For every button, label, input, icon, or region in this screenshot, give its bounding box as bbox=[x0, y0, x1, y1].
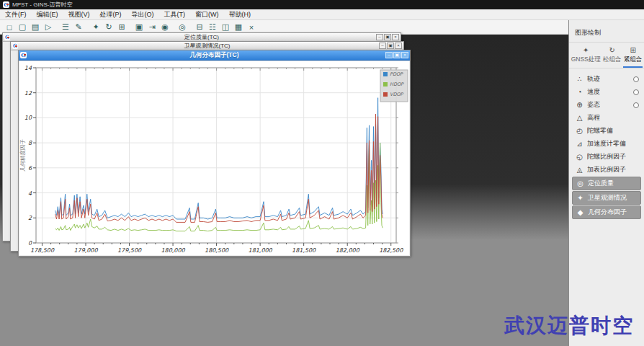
menu-item[interactable]: 编辑(E) bbox=[32, 9, 63, 19]
menu-item[interactable]: 工具(T) bbox=[159, 9, 191, 19]
minimize-button[interactable]: – bbox=[376, 34, 383, 40]
svg-text:14: 14 bbox=[24, 65, 32, 71]
sidebar-item-姿态[interactable]: ⊕姿态 bbox=[572, 99, 641, 111]
tab-GNSS处理[interactable]: ✦GNSS处理 bbox=[571, 45, 601, 68]
svg-text:PDOP: PDOP bbox=[390, 71, 403, 77]
window-title: 定位质量(TC) bbox=[3, 33, 401, 41]
menu-item[interactable]: 视图(V) bbox=[63, 9, 95, 19]
tile-vertical-icon[interactable]: ◫ bbox=[220, 22, 231, 33]
sidebar-item-label: 加表比例因子 bbox=[587, 165, 626, 174]
sidebar-item-定位质量[interactable]: ◎定位质量 bbox=[572, 177, 641, 190]
close-all-icon[interactable]: × bbox=[246, 22, 257, 33]
export-window-icon[interactable]: ⇥ bbox=[146, 22, 158, 33]
satellite-icon: ✦ bbox=[583, 47, 589, 54]
attitude-icon: ⊕ bbox=[574, 99, 585, 110]
accel-bias-icon: ⊿ bbox=[574, 138, 585, 149]
svg-text:10: 10 bbox=[24, 115, 32, 121]
maximize-button[interactable]: ▣ bbox=[384, 34, 391, 40]
sidebar-item-轨迹[interactable]: ∴轨迹 bbox=[572, 73, 641, 85]
sidebar-item-label: 陀螺比例因子 bbox=[587, 152, 626, 161]
svg-text:2: 2 bbox=[28, 215, 32, 221]
svg-text:181,000: 181,000 bbox=[249, 247, 273, 254]
menu-bar: 文件(F)编辑(E)视图(V)处理(P)导出(O)工具(T)窗口(W)帮助(H) bbox=[0, 9, 644, 20]
active-window-titlebar[interactable]: G 几何分布因子(TC) –▣× bbox=[19, 50, 410, 61]
tab-松组合[interactable]: ↻松组合 bbox=[602, 45, 622, 68]
svg-text:12: 12 bbox=[24, 90, 32, 97]
svg-text:180,000: 180,000 bbox=[161, 247, 186, 254]
gnss-satellite-icon[interactable]: ✦ bbox=[90, 22, 102, 33]
window-title: 卫星观测情况(TC) bbox=[11, 42, 403, 50]
minimize-button[interactable]: – bbox=[379, 43, 386, 49]
tab-紧组合[interactable]: ⊞紧组合 bbox=[623, 45, 643, 68]
svg-text:182,500: 182,500 bbox=[379, 247, 403, 254]
close-button[interactable]: × bbox=[401, 52, 408, 58]
positioning-quality-icon: ◎ bbox=[575, 178, 586, 189]
panel-item-list: ∴轨迹◔速度⊕姿态△高程◴陀螺零偏⊿加速度计零偏◵陀螺比例因子◬加表比例因子◎定… bbox=[569, 68, 644, 219]
sidebar-item-label: 几何分布因子 bbox=[588, 208, 627, 217]
link-rings-icon[interactable]: ◎ bbox=[176, 22, 188, 33]
tab-label: 松组合 bbox=[603, 56, 622, 64]
window-gdop-active[interactable]: G 几何分布因子(TC) –▣× 178,500179,000179,50018… bbox=[18, 50, 411, 257]
tight-couple-icon[interactable]: ⊞ bbox=[116, 22, 128, 33]
svg-text:VDOP: VDOP bbox=[390, 92, 404, 97]
loose-combination-icon: ↻ bbox=[609, 47, 615, 54]
report-icon[interactable]: ▤ bbox=[30, 22, 41, 33]
svg-text:HDOP: HDOP bbox=[390, 81, 404, 87]
grid-window-icon[interactable]: ⊟ bbox=[194, 22, 205, 33]
close-button[interactable]: × bbox=[395, 43, 402, 49]
trajectory-icon: ∴ bbox=[574, 74, 585, 84]
close-button[interactable]: × bbox=[392, 34, 399, 40]
open-file-icon[interactable]: ▢ bbox=[17, 22, 28, 33]
cascade-windows-icon[interactable]: ▦ bbox=[233, 22, 244, 33]
app-titlebar[interactable]: G MPST - GINS-迈普时空 bbox=[0, 0, 644, 9]
task-list-icon[interactable]: ☰ bbox=[60, 22, 71, 33]
loose-couple-icon[interactable]: ↻ bbox=[103, 22, 115, 33]
item-toggle-radio[interactable] bbox=[633, 102, 639, 108]
gdop-chart: 178,500179,000179,500180,000180,500181,0… bbox=[19, 61, 411, 256]
item-toggle-radio[interactable] bbox=[633, 76, 639, 82]
sidebar-item-label: 速度 bbox=[587, 87, 600, 97]
svg-text:6: 6 bbox=[28, 165, 32, 172]
sidebar-item-卫星观测情况[interactable]: ✦卫星观测情况 bbox=[572, 191, 641, 205]
svg-text:180,500: 180,500 bbox=[205, 247, 229, 254]
item-toggle-radio[interactable] bbox=[633, 89, 639, 95]
minimize-button[interactable]: – bbox=[385, 52, 393, 58]
chart-client-area: 178,500179,000179,500180,000180,500181,0… bbox=[19, 61, 409, 255]
tile-horizontal-icon[interactable]: ☷ bbox=[207, 22, 218, 33]
app-title: MPST - GINS-迈普时空 bbox=[12, 1, 72, 9]
svg-text:179,000: 179,000 bbox=[73, 247, 98, 254]
menu-item[interactable]: 帮助(H) bbox=[224, 9, 256, 19]
menu-item[interactable]: 导出(O) bbox=[127, 9, 159, 19]
satellite-observation-icon: ✦ bbox=[575, 192, 586, 203]
google-earth-icon[interactable]: ◉ bbox=[159, 22, 171, 33]
maximize-button[interactable]: ▣ bbox=[387, 43, 394, 49]
sidebar-item-高程[interactable]: △高程 bbox=[572, 112, 641, 124]
sidebar-item-陀螺比例因子[interactable]: ◵陀螺比例因子 bbox=[572, 151, 641, 163]
elevation-icon: △ bbox=[574, 112, 585, 123]
maximize-button[interactable]: ▣ bbox=[393, 52, 401, 58]
new-file-icon[interactable]: □ bbox=[4, 22, 15, 33]
sidebar-item-label: 卫星观测情况 bbox=[588, 193, 627, 203]
menu-item[interactable]: 文件(F) bbox=[0, 9, 32, 19]
panel-tabs: ✦GNSS处理↻松组合⊞紧组合 bbox=[569, 43, 644, 68]
svg-text:8: 8 bbox=[28, 140, 32, 146]
sidebar-item-速度[interactable]: ◔速度 bbox=[572, 86, 641, 98]
sidebar-item-几何分布因子[interactable]: ◆几何分布因子 bbox=[572, 205, 641, 219]
draw-brush-icon[interactable]: ✎ bbox=[73, 22, 84, 33]
menu-item[interactable]: 窗口(W) bbox=[190, 9, 224, 19]
sidebar-item-陀螺零偏[interactable]: ◴陀螺零偏 bbox=[572, 125, 641, 137]
plot-window-icon[interactable]: ▣ bbox=[133, 22, 145, 33]
panel-title: 图形绘制 bbox=[569, 20, 644, 43]
sidebar-item-加速度计零偏[interactable]: ⊿加速度计零偏 bbox=[572, 138, 641, 150]
mdi-workspace: G 定位质量(TC) –▣× G 卫星观测情况(TC) –▣× G 几何分布因子… bbox=[0, 35, 568, 346]
svg-text:182,000: 182,000 bbox=[336, 247, 360, 254]
plot-control-panel: 图形绘制 ✦GNSS处理↻松组合⊞紧组合 ∴轨迹◔速度⊕姿态△高程◴陀螺零偏⊿加… bbox=[568, 20, 644, 346]
svg-text:178,500: 178,500 bbox=[30, 247, 55, 254]
sidebar-item-加表比例因子[interactable]: ◬加表比例因子 bbox=[572, 164, 641, 176]
app-logo-icon: G bbox=[3, 1, 9, 8]
svg-text:几何精度因子: 几何精度因子 bbox=[19, 139, 26, 172]
run-export-icon[interactable]: ▷ bbox=[43, 22, 54, 33]
menu-item[interactable]: 处理(P) bbox=[95, 9, 127, 19]
sidebar-item-label: 加速度计零偏 bbox=[587, 139, 626, 148]
tab-label: GNSS处理 bbox=[571, 56, 601, 64]
